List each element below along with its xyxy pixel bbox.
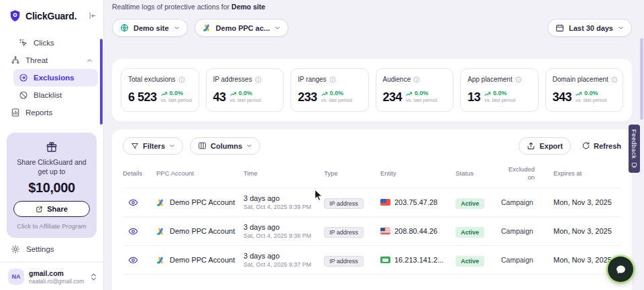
refresh-button-label: Refresh — [594, 142, 621, 150]
stat-value: 43 — [213, 91, 226, 103]
sidebar-item-settings[interactable]: Settings — [0, 238, 103, 262]
info-icon[interactable] — [178, 76, 185, 83]
stat-card-ip-addresses: IP addresses 43 0.0% vs. last period — [206, 68, 284, 112]
view-details-eye-icon[interactable] — [123, 255, 156, 265]
columns-icon — [198, 141, 207, 150]
ppc-account-name: Demo PPC Account — [170, 198, 235, 206]
trend-up-icon — [161, 91, 168, 96]
trend-up-icon — [576, 91, 582, 96]
entity-ip: 208.80.44.26 — [394, 227, 437, 235]
info-icon[interactable] — [515, 76, 522, 83]
time-exact: Sat, Oct 4, 2025 9:38 PM — [244, 232, 324, 239]
logo-text: ClickGuard. — [25, 11, 76, 21]
export-button-label: Export — [539, 142, 563, 150]
site-filter-dropdown[interactable]: Demo site — [112, 19, 188, 37]
stat-trend: 0.0% — [415, 90, 429, 96]
filters-button[interactable]: Filters — [123, 137, 183, 155]
refresh-button[interactable]: Refresh — [582, 141, 621, 150]
sidebar-item-clicks[interactable]: Clicks — [13, 34, 98, 52]
affiliate-promo-card: Share ClickGuard and get up to $10,000 S… — [7, 133, 97, 238]
vertical-scrollbar[interactable] — [640, 38, 643, 120]
user-account-menu[interactable]: NA gmail.com naatali.ro@gmail.com — [0, 262, 103, 290]
excluded-on: Campaign — [501, 227, 553, 235]
sidebar-item-reports[interactable]: Reports — [5, 104, 98, 121]
table-row-partial — [123, 274, 621, 282]
sidebar-item-label: Threat — [25, 56, 48, 64]
col-header-entity: Entity — [380, 169, 455, 177]
info-icon[interactable] — [329, 76, 336, 83]
stat-trend: 0.0% — [584, 90, 598, 96]
info-icon[interactable] — [413, 76, 420, 83]
avatar: NA — [8, 269, 24, 285]
click-cursor-icon — [19, 38, 28, 48]
expires-at: Mon, Nov 3, 2025 — [553, 198, 621, 206]
clickguard-logo[interactable]: ClickGuard. — [0, 0, 103, 30]
col-header-excluded-on: Excluded on — [501, 165, 535, 182]
view-details-eye-icon[interactable] — [123, 198, 156, 208]
stat-trend: 0.0% — [239, 90, 253, 96]
entity-ip: 16.213.141.2... — [394, 256, 443, 264]
realtime-site-name: Demo site — [231, 3, 265, 11]
main-content: Realtime logs of protective actions forD… — [104, 0, 644, 290]
promo-text: Share ClickGuard and get up to — [13, 157, 90, 176]
status-badge: Active — [455, 198, 484, 209]
type-badge: IP address — [324, 198, 364, 209]
type-badge: IP address — [324, 256, 364, 267]
time-exact: Sat, Oct 4, 2025 9:37 PM — [244, 261, 324, 268]
stat-period: vs. last period — [484, 98, 515, 103]
ppc-account-filter-dropdown[interactable]: Demo PPC ac... — [195, 19, 289, 37]
chat-launcher-button[interactable] — [608, 257, 633, 282]
sidebar-scrollbar[interactable] — [100, 39, 103, 125]
stat-card-domain-placement: Domain placement 343 0.0% vs. last perio… — [545, 68, 624, 112]
col-header-ppc-account: PPC Account — [156, 169, 244, 177]
sidebar-item-threat[interactable]: Threat — [5, 52, 98, 69]
stat-period: vs. last period — [230, 98, 261, 103]
settings-label: Settings — [26, 245, 54, 253]
realtime-status-line: Realtime logs of protective actions forD… — [112, 3, 632, 13]
share-button[interactable]: Share — [13, 201, 90, 217]
country-flag-icon — [380, 257, 390, 263]
google-ads-icon — [156, 227, 165, 236]
export-button[interactable]: Export — [519, 137, 571, 155]
type-badge: IP address — [324, 227, 364, 238]
time-relative: 3 days ago — [244, 252, 324, 260]
table-row[interactable]: Demo PPC Account 3 days agoSat, Oct 4, 2… — [123, 245, 621, 274]
stat-value: 6 523 — [128, 91, 157, 103]
stat-trend: 0.0% — [170, 90, 184, 96]
trend-up-icon — [321, 91, 328, 96]
stat-card-ip-ranges: IP ranges 233 0.0% vs. last period — [290, 68, 369, 112]
reports-chart-icon — [11, 108, 20, 117]
status-badge: Active — [455, 256, 484, 267]
info-icon[interactable] — [255, 76, 262, 83]
entity-ip: 203.75.47.28 — [394, 198, 437, 206]
info-icon[interactable] — [611, 76, 618, 83]
stat-period: vs. last period — [576, 98, 606, 103]
site-filter-value: Demo site — [133, 24, 169, 32]
table-row[interactable]: Demo PPC Account 3 days agoSat, Oct 4, 2… — [123, 216, 621, 245]
sidebar-item-label: Exclusions — [34, 74, 74, 82]
user-info: gmail.com naatali.ro@gmail.com — [29, 269, 84, 285]
stats-summary-panel: Total exclusions 6 523 0.0% vs. last per… — [112, 59, 632, 121]
refresh-icon — [582, 141, 590, 150]
excluded-on: Campaign — [501, 198, 553, 206]
feedback-icon — [631, 162, 637, 168]
sidebar-item-exclusions[interactable]: Exclusions — [13, 69, 98, 86]
col-header-expires-at: Expires at — [553, 169, 621, 177]
filters-button-label: Filters — [143, 142, 165, 150]
affiliate-program-link[interactable]: Click to Affiliate Program — [13, 222, 90, 230]
filter-bar: Demo site Demo PPC ac... Last 30 days — [112, 19, 632, 37]
country-flag-icon — [380, 199, 390, 206]
feedback-label: Feedback — [631, 129, 638, 159]
table-toolbar: Filters Columns Export Refresh — [123, 137, 621, 155]
ppc-filter-value: Demo PPC ac... — [216, 24, 270, 32]
stat-label: App placement — [468, 76, 513, 83]
chevron-up-down-icon — [91, 273, 97, 281]
columns-button[interactable]: Columns — [190, 137, 260, 155]
sidebar-collapse-icon[interactable] — [88, 11, 97, 20]
view-details-eye-icon[interactable] — [123, 226, 156, 236]
sidebar-item-blacklist[interactable]: Blacklist — [13, 86, 98, 104]
table-row[interactable]: Demo PPC Account 3 days agoSat, Oct 4, 2… — [123, 188, 621, 216]
stat-label: IP addresses — [213, 76, 252, 83]
feedback-tab[interactable]: Feedback — [629, 125, 640, 173]
date-range-dropdown[interactable]: Last 30 days — [547, 19, 632, 37]
